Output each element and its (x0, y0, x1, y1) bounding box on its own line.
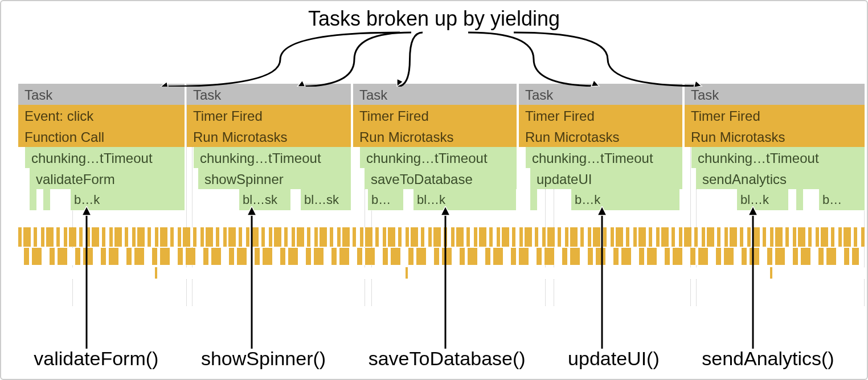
task-bar: Task (685, 84, 865, 105)
mini-block (530, 189, 537, 210)
script-bar: Run Microtasks (519, 126, 682, 147)
micro-strip-2 (24, 248, 859, 265)
event-bar: Timer Fired (187, 105, 351, 126)
top-arrows (1, 24, 868, 87)
diagram-title: Tasks broken up by yielding (308, 7, 560, 31)
mini-block (30, 189, 36, 210)
function-label: validateForm() (34, 348, 158, 370)
chunking-bar: chunking…tTimeout (25, 147, 185, 168)
event-bar: Timer Fired (353, 105, 517, 126)
mini-block: bl…k (737, 189, 788, 210)
mini-row: bl…kb… (696, 189, 865, 210)
task-bar: Task (519, 84, 682, 105)
function-label: sendAnalytics() (702, 348, 834, 370)
mini-block: b…k (71, 189, 185, 210)
micro-strip-area (18, 227, 865, 284)
arrow (161, 32, 400, 87)
script-bar: Function Call (18, 126, 185, 147)
script-bar: Run Microtasks (353, 126, 517, 147)
function-bar: sendAnalytics (696, 168, 865, 189)
bottom-labels: validateForm()showSpinner()saveToDatabas… (1, 348, 867, 370)
function-label: updateUI() (568, 348, 660, 370)
flame-chart-columns: TaskEvent: clickFunction Callchunking…tT… (18, 84, 865, 210)
script-bar: Run Microtasks (685, 126, 865, 147)
mini-block (796, 189, 803, 210)
event-bar: Timer Fired (685, 105, 865, 126)
mini-block: b… (368, 189, 403, 210)
mini-row: bl…skbl…sk (198, 189, 351, 210)
mini-row: b…k (530, 189, 682, 210)
mini-block: b…k (571, 189, 679, 210)
chunking-bar: chunking…tTimeout (691, 147, 865, 168)
mini-block: b… (819, 189, 865, 210)
flame-column: TaskTimer FiredRun Microtaskschunking…tT… (519, 84, 682, 210)
script-bar: Run Microtasks (187, 126, 351, 147)
task-bar: Task (353, 84, 517, 105)
function-bar: updateUI (530, 168, 682, 189)
function-label: saveToDatabase() (369, 348, 526, 370)
mini-row: b…bl…k (365, 189, 517, 210)
chunking-bar: chunking…tTimeout (526, 147, 682, 168)
mini-block: bl…k (413, 189, 516, 210)
function-bar: saveToDatabase (365, 168, 517, 189)
mini-block: bl…sk (301, 189, 351, 210)
arrow (397, 32, 423, 87)
chunking-bar: chunking…tTimeout (360, 147, 517, 168)
task-bar: Task (187, 84, 351, 105)
micro-strip-1 (18, 227, 865, 247)
flame-column: TaskEvent: clickFunction Callchunking…tT… (18, 84, 185, 210)
task-bar: Task (18, 84, 185, 105)
flame-column: TaskTimer FiredRun Microtaskschunking…tT… (353, 84, 517, 210)
event-bar: Timer Fired (519, 105, 682, 126)
function-label: showSpinner() (201, 348, 326, 370)
flame-column: TaskTimer FiredRun Microtaskschunking…tT… (187, 84, 351, 210)
mini-row: b…k (30, 189, 185, 210)
arrow (514, 32, 702, 87)
mini-block: bl…sk (239, 189, 290, 210)
event-bar: Event: click (18, 105, 185, 126)
arrow (297, 32, 411, 87)
function-bar: validateForm (30, 168, 185, 189)
mini-block (43, 189, 50, 210)
chunking-bar: chunking…tTimeout (194, 147, 351, 168)
arrow (468, 32, 599, 87)
flame-column: TaskTimer FiredRun Microtaskschunking…tT… (685, 84, 865, 210)
function-bar: showSpinner (198, 168, 351, 189)
micro-strip-3 (18, 267, 865, 279)
